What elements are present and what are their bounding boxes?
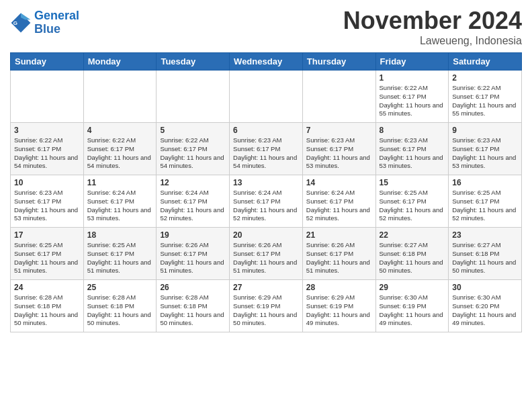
day-info-16: Sunrise: 6:25 AMSunset: 6:17 PMDaylight:…: [452, 189, 518, 223]
day-number-20: 20: [233, 230, 299, 240]
logo-icon: G: [10, 12, 32, 34]
day-number-28: 28: [306, 283, 372, 292]
month-title: November 2024: [343, 7, 522, 35]
day-info-3: Sunrise: 6:22 AMSunset: 6:17 PMDaylight:…: [14, 136, 80, 171]
day-number-7: 7: [306, 126, 372, 135]
week-row-3: 17Sunrise: 6:25 AMSunset: 6:17 PMDayligh…: [11, 228, 522, 280]
day-number-8: 8: [380, 126, 445, 135]
day-number-17: 17: [14, 230, 80, 240]
day-number-9: 9: [452, 126, 518, 135]
day-info-30: Sunrise: 6:30 AMSunset: 6:20 PMDaylight:…: [452, 293, 518, 328]
day-number-6: 6: [233, 126, 299, 135]
calendar-cell-0-5: 1Sunrise: 6:22 AMSunset: 6:17 PMDaylight…: [375, 71, 449, 123]
calendar-cell-0-4: [302, 71, 375, 123]
day-info-23: Sunrise: 6:27 AMSunset: 6:18 PMDaylight:…: [452, 241, 518, 275]
calendar-cell-0-0: [11, 71, 84, 123]
day-info-18: Sunrise: 6:25 AMSunset: 6:17 PMDaylight:…: [87, 241, 153, 275]
calendar-cell-4-6: 30Sunrise: 6:30 AMSunset: 6:20 PMDayligh…: [449, 280, 522, 332]
title-section: November 2024 Laweueng, Indonesia: [343, 7, 522, 47]
day-number-19: 19: [160, 230, 226, 240]
day-info-2: Sunrise: 6:22 AMSunset: 6:17 PMDaylight:…: [452, 84, 518, 118]
day-info-26: Sunrise: 6:28 AMSunset: 6:18 PMDaylight:…: [160, 293, 226, 328]
day-info-7: Sunrise: 6:23 AMSunset: 6:17 PMDaylight:…: [306, 136, 372, 171]
calendar-cell-3-1: 18Sunrise: 6:25 AMSunset: 6:17 PMDayligh…: [83, 228, 157, 280]
day-number-5: 5: [160, 126, 226, 135]
day-info-11: Sunrise: 6:24 AMSunset: 6:17 PMDaylight:…: [87, 189, 153, 223]
calendar-cell-1-0: 3Sunrise: 6:22 AMSunset: 6:17 PMDaylight…: [11, 123, 84, 175]
header-monday: Monday: [83, 53, 157, 71]
day-info-29: Sunrise: 6:30 AMSunset: 6:19 PMDaylight:…: [380, 293, 445, 328]
day-number-23: 23: [452, 230, 518, 240]
calendar-cell-4-3: 27Sunrise: 6:29 AMSunset: 6:19 PMDayligh…: [230, 280, 303, 332]
calendar-cell-4-1: 25Sunrise: 6:28 AMSunset: 6:18 PMDayligh…: [83, 280, 157, 332]
day-number-4: 4: [87, 126, 153, 135]
day-info-12: Sunrise: 6:24 AMSunset: 6:17 PMDaylight:…: [160, 189, 226, 223]
calendar-cell-4-4: 28Sunrise: 6:29 AMSunset: 6:19 PMDayligh…: [302, 280, 375, 332]
day-number-13: 13: [233, 178, 299, 187]
day-info-22: Sunrise: 6:27 AMSunset: 6:18 PMDaylight:…: [380, 241, 445, 275]
day-number-29: 29: [380, 283, 445, 292]
svg-text:G: G: [13, 20, 17, 26]
logo-line2: Blue: [34, 22, 60, 36]
header-tuesday: Tuesday: [157, 53, 230, 71]
calendar-cell-1-1: 4Sunrise: 6:22 AMSunset: 6:17 PMDaylight…: [83, 123, 157, 175]
calendar-cell-2-5: 15Sunrise: 6:25 AMSunset: 6:17 PMDayligh…: [375, 175, 449, 228]
day-number-11: 11: [87, 178, 153, 187]
week-row-1: 3Sunrise: 6:22 AMSunset: 6:17 PMDaylight…: [11, 123, 522, 175]
day-number-3: 3: [14, 126, 80, 135]
day-number-27: 27: [233, 283, 299, 292]
header-saturday: Saturday: [449, 53, 522, 71]
calendar-cell-3-5: 22Sunrise: 6:27 AMSunset: 6:18 PMDayligh…: [375, 228, 449, 280]
calendar-header-row: Sunday Monday Tuesday Wednesday Thursday…: [11, 53, 522, 71]
calendar-cell-2-2: 12Sunrise: 6:24 AMSunset: 6:17 PMDayligh…: [157, 175, 230, 228]
header-thursday: Thursday: [302, 53, 375, 71]
day-info-20: Sunrise: 6:26 AMSunset: 6:17 PMDaylight:…: [233, 241, 299, 275]
day-number-22: 22: [380, 230, 445, 240]
day-info-6: Sunrise: 6:23 AMSunset: 6:17 PMDaylight:…: [233, 136, 299, 171]
calendar-cell-4-5: 29Sunrise: 6:30 AMSunset: 6:19 PMDayligh…: [375, 280, 449, 332]
calendar-cell-2-1: 11Sunrise: 6:24 AMSunset: 6:17 PMDayligh…: [83, 175, 157, 228]
logo: G General Blue: [10, 9, 79, 36]
day-info-1: Sunrise: 6:22 AMSunset: 6:17 PMDaylight:…: [380, 84, 445, 118]
page: G General Blue November 2024 Laweueng, I…: [0, 0, 532, 411]
week-row-0: 1Sunrise: 6:22 AMSunset: 6:17 PMDaylight…: [11, 71, 522, 123]
day-number-14: 14: [306, 178, 372, 187]
week-row-2: 10Sunrise: 6:23 AMSunset: 6:17 PMDayligh…: [11, 175, 522, 228]
day-number-21: 21: [306, 230, 372, 240]
day-number-24: 24: [14, 283, 80, 292]
day-info-5: Sunrise: 6:22 AMSunset: 6:17 PMDaylight:…: [160, 136, 226, 171]
day-info-24: Sunrise: 6:28 AMSunset: 6:18 PMDaylight:…: [14, 293, 80, 328]
calendar-cell-4-0: 24Sunrise: 6:28 AMSunset: 6:18 PMDayligh…: [11, 280, 84, 332]
header-wednesday: Wednesday: [230, 53, 303, 71]
calendar-table: Sunday Monday Tuesday Wednesday Thursday…: [10, 52, 522, 332]
location: Laweueng, Indonesia: [343, 35, 522, 47]
day-number-2: 2: [452, 73, 518, 83]
day-info-4: Sunrise: 6:22 AMSunset: 6:17 PMDaylight:…: [87, 136, 153, 171]
calendar-cell-2-4: 14Sunrise: 6:24 AMSunset: 6:17 PMDayligh…: [302, 175, 375, 228]
calendar-cell-3-3: 20Sunrise: 6:26 AMSunset: 6:17 PMDayligh…: [230, 228, 303, 280]
calendar-cell-2-3: 13Sunrise: 6:24 AMSunset: 6:17 PMDayligh…: [230, 175, 303, 228]
day-info-25: Sunrise: 6:28 AMSunset: 6:18 PMDaylight:…: [87, 293, 153, 328]
day-number-1: 1: [380, 73, 445, 83]
calendar-cell-0-1: [83, 71, 157, 123]
logo-text: General Blue: [34, 9, 79, 36]
day-info-14: Sunrise: 6:24 AMSunset: 6:17 PMDaylight:…: [306, 189, 372, 223]
day-number-10: 10: [14, 178, 80, 187]
day-info-21: Sunrise: 6:26 AMSunset: 6:17 PMDaylight:…: [306, 241, 372, 275]
day-info-13: Sunrise: 6:24 AMSunset: 6:17 PMDaylight:…: [233, 189, 299, 223]
calendar-cell-0-2: [157, 71, 230, 123]
calendar-cell-1-5: 8Sunrise: 6:23 AMSunset: 6:17 PMDaylight…: [375, 123, 449, 175]
week-row-4: 24Sunrise: 6:28 AMSunset: 6:18 PMDayligh…: [11, 280, 522, 332]
calendar-cell-1-6: 9Sunrise: 6:23 AMSunset: 6:17 PMDaylight…: [449, 123, 522, 175]
day-info-8: Sunrise: 6:23 AMSunset: 6:17 PMDaylight:…: [380, 136, 445, 171]
header-sunday: Sunday: [11, 53, 84, 71]
day-number-30: 30: [452, 283, 518, 292]
calendar-cell-3-4: 21Sunrise: 6:26 AMSunset: 6:17 PMDayligh…: [302, 228, 375, 280]
day-number-12: 12: [160, 178, 226, 187]
calendar-cell-1-2: 5Sunrise: 6:22 AMSunset: 6:17 PMDaylight…: [157, 123, 230, 175]
header-friday: Friday: [375, 53, 449, 71]
day-info-19: Sunrise: 6:26 AMSunset: 6:17 PMDaylight:…: [160, 241, 226, 275]
day-number-26: 26: [160, 283, 226, 292]
calendar-cell-3-2: 19Sunrise: 6:26 AMSunset: 6:17 PMDayligh…: [157, 228, 230, 280]
day-info-9: Sunrise: 6:23 AMSunset: 6:17 PMDaylight:…: [452, 136, 518, 171]
